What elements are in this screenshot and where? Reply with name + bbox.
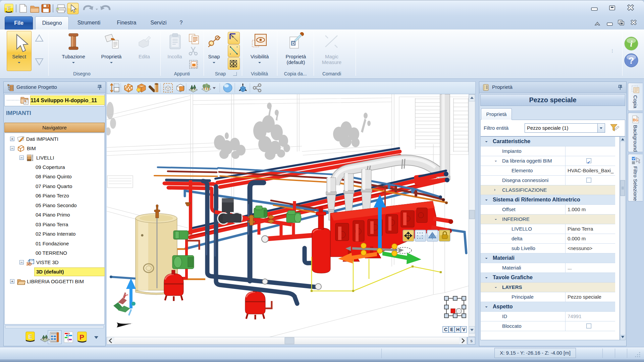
svg-text:V: V <box>462 327 466 332</box>
svg-text:i: i <box>630 39 633 49</box>
svg-text:P: P <box>79 333 84 341</box>
svg-text:E: E <box>28 334 32 340</box>
svg-text:D: D <box>292 41 295 46</box>
svg-text:BG: BG <box>633 118 638 122</box>
svg-text:?: ? <box>628 55 634 66</box>
svg-text:C: C <box>444 327 447 332</box>
svg-text:E: E <box>450 327 453 332</box>
svg-text:3D: 3D <box>26 261 32 266</box>
svg-text:H: H <box>456 327 460 332</box>
svg-text:E: E <box>7 5 10 12</box>
